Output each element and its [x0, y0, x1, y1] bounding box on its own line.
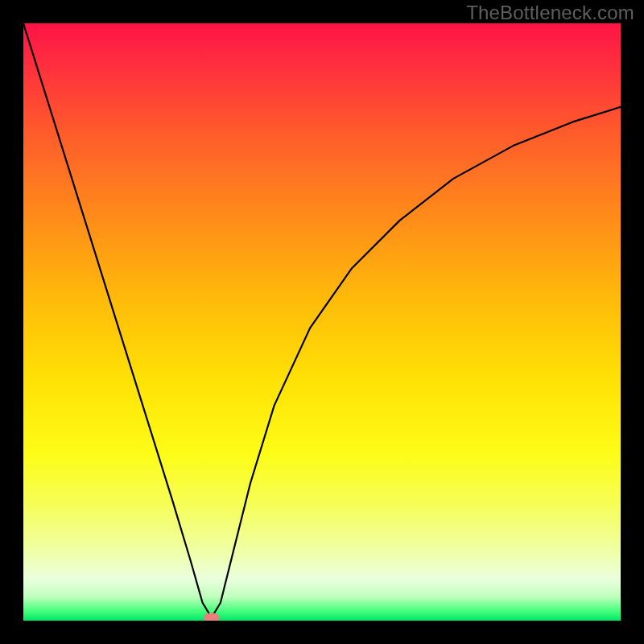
- minimum-marker: [204, 613, 220, 621]
- plot-area: [23, 23, 621, 621]
- attribution-text: TheBottleneck.com: [466, 2, 634, 24]
- bottleneck-curve: [23, 23, 621, 617]
- chart-frame: TheBottleneck.com: [0, 0, 644, 644]
- curve-svg: [23, 23, 621, 621]
